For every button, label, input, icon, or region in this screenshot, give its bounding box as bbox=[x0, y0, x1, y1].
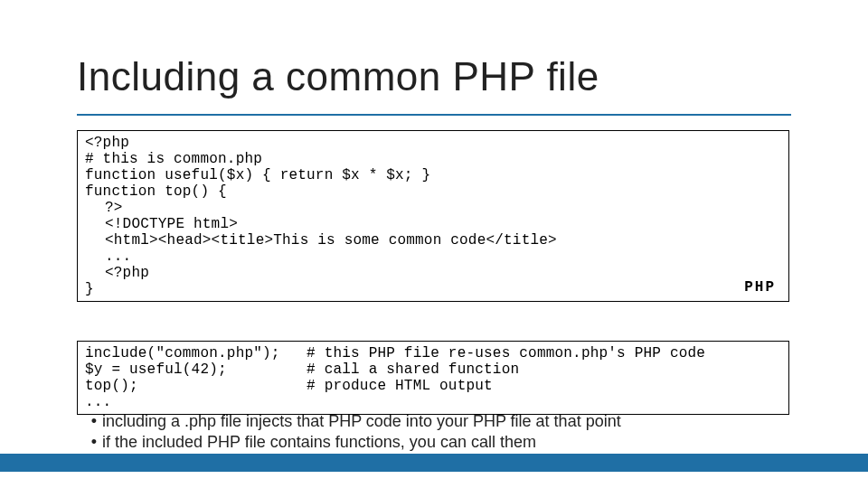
bullet-dot-icon: • bbox=[86, 411, 102, 432]
title-underline bbox=[77, 114, 791, 116]
slide-title: Including a common PHP file bbox=[77, 54, 599, 99]
footer-accent-bar bbox=[0, 454, 868, 472]
code-line: <?php bbox=[85, 135, 129, 151]
code-line: top(); # produce HTML output bbox=[85, 378, 493, 394]
code-line: ... bbox=[85, 249, 781, 265]
code-line: $y = useful(42); # call a shared functio… bbox=[85, 361, 519, 378]
code-line: include("common.php"); # this PHP file r… bbox=[85, 345, 705, 361]
language-label: PHP bbox=[744, 279, 776, 296]
code-line: function top() { bbox=[85, 183, 227, 200]
code-line: <?php bbox=[85, 265, 781, 281]
slide: Including a common PHP file <?php # this… bbox=[0, 0, 868, 488]
bullet-list: • including a .php file injects that PHP… bbox=[86, 411, 791, 453]
code-line: # this is common.php bbox=[85, 151, 262, 167]
code-content-2: include("common.php"); # this PHP file r… bbox=[78, 342, 788, 414]
code-block-common-php: <?php # this is common.php function usef… bbox=[77, 130, 789, 302]
bullet-item: • if the included PHP file contains func… bbox=[86, 432, 791, 453]
code-line: <!DOCTYPE html> bbox=[85, 216, 781, 232]
code-line: ?> bbox=[85, 200, 781, 216]
bullet-text: including a .php file injects that PHP c… bbox=[102, 411, 621, 432]
code-block-usage: include("common.php"); # this PHP file r… bbox=[77, 341, 789, 415]
code-line: } bbox=[85, 281, 94, 297]
code-line: <html><head><title>This is some common c… bbox=[85, 232, 781, 249]
code-content-1: <?php # this is common.php function usef… bbox=[78, 131, 788, 301]
bullet-item: • including a .php file injects that PHP… bbox=[86, 411, 791, 432]
bullet-dot-icon: • bbox=[86, 432, 102, 453]
bullet-text: if the included PHP file contains functi… bbox=[102, 432, 536, 453]
code-line: ... bbox=[85, 394, 111, 410]
code-line: function useful($x) { return $x * $x; } bbox=[85, 167, 430, 183]
